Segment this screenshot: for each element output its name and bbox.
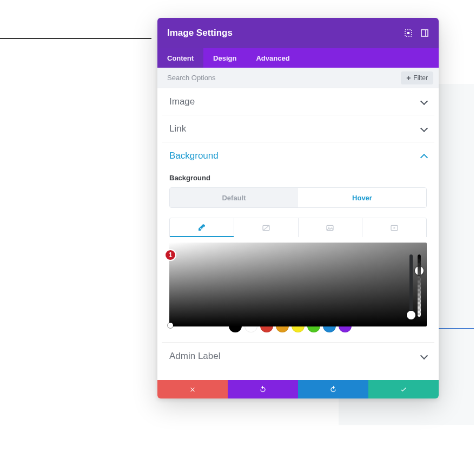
tab-advanced[interactable]: Advanced bbox=[246, 48, 299, 68]
modal-tabs: Content Design Advanced bbox=[157, 48, 439, 68]
filter-label: Filter bbox=[413, 74, 428, 82]
state-segmented: Default Hover bbox=[169, 187, 427, 208]
modal-header: Image Settings bbox=[157, 18, 439, 48]
background-field-label: Background bbox=[169, 174, 427, 182]
image-settings-modal: Image Settings Content Design Advanced S… bbox=[157, 18, 439, 398]
svg-rect-2 bbox=[421, 30, 428, 36]
undo-button[interactable] bbox=[228, 380, 298, 398]
saturation-field[interactable] bbox=[169, 243, 427, 326]
modal-footer bbox=[157, 380, 439, 398]
section-admin-label-title: Admin Label bbox=[169, 351, 420, 362]
section-link-title: Link bbox=[169, 123, 420, 134]
color-picker[interactable]: 1 rgba(0,0,0,0.65) bbox=[169, 243, 427, 332]
hue-slider[interactable] bbox=[409, 254, 413, 317]
section-background[interactable]: Background bbox=[162, 142, 434, 169]
search-input[interactable]: Search Options bbox=[167, 74, 401, 82]
cancel-button[interactable] bbox=[157, 380, 228, 398]
plus-icon: + bbox=[406, 74, 411, 82]
alpha-slider[interactable] bbox=[418, 254, 421, 317]
alpha-thumb[interactable] bbox=[415, 266, 424, 275]
svg-point-6 bbox=[328, 226, 329, 227]
search-bar: Search Options + Filter bbox=[157, 68, 439, 88]
modal-title: Image Settings bbox=[167, 28, 396, 38]
saturation-pointer[interactable] bbox=[168, 323, 173, 328]
section-image-title: Image bbox=[169, 96, 420, 107]
page-divider bbox=[0, 38, 151, 39]
state-default[interactable]: Default bbox=[170, 188, 298, 207]
section-link[interactable]: Link bbox=[162, 115, 434, 142]
chevron-down-icon bbox=[420, 353, 427, 360]
section-background-title: Background bbox=[169, 151, 420, 161]
state-hover[interactable]: Hover bbox=[298, 188, 426, 207]
bg-type-video[interactable] bbox=[362, 218, 426, 237]
tab-design[interactable]: Design bbox=[203, 48, 246, 68]
annotation-badge: 1 bbox=[164, 249, 176, 261]
section-background-content: Background Default Hover bbox=[162, 174, 434, 342]
svg-rect-1 bbox=[407, 32, 409, 34]
chevron-down-icon bbox=[420, 126, 427, 132]
section-admin-label[interactable]: Admin Label bbox=[162, 342, 434, 369]
chevron-down-icon bbox=[420, 99, 427, 105]
section-image[interactable]: Image bbox=[162, 88, 434, 115]
bg-type-color[interactable] bbox=[170, 218, 234, 237]
background-type-tabs bbox=[169, 218, 427, 237]
filter-button[interactable]: + Filter bbox=[401, 71, 433, 84]
save-button[interactable] bbox=[368, 380, 439, 398]
panel-toggle-icon[interactable] bbox=[420, 29, 429, 37]
hue-thumb[interactable] bbox=[407, 311, 415, 319]
bg-type-gradient[interactable] bbox=[234, 218, 298, 237]
chevron-up-icon bbox=[420, 153, 427, 159]
bg-type-image[interactable] bbox=[298, 218, 362, 237]
redo-button[interactable] bbox=[298, 380, 368, 398]
tab-content[interactable]: Content bbox=[157, 48, 203, 68]
expand-icon[interactable] bbox=[404, 29, 413, 37]
